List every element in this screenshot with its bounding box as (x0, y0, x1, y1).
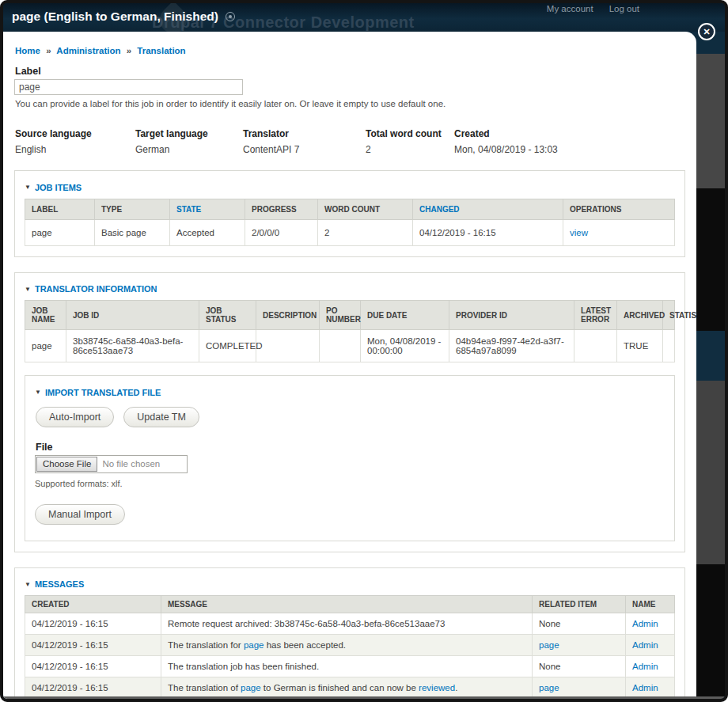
collapse-triangle-icon: ▼ (25, 581, 31, 588)
table-row: page3b38745c-6a58-40a3-befa-86ce513aae73… (25, 330, 675, 362)
cell-link[interactable]: Admin (632, 662, 658, 671)
messages-legend[interactable]: ▼ MESSAGES (25, 579, 84, 589)
cell-link[interactable]: Admin (632, 640, 658, 650)
table-row: 04/12/2019 - 16:15The translation of pag… (25, 677, 675, 699)
messages-table: CREATEDMESSAGERELATED ITEMNAME04/12/2019… (25, 595, 675, 699)
summary-source-language: Source language English (15, 128, 135, 155)
close-button[interactable]: ✕ (698, 23, 715, 40)
manual-import-button[interactable]: Manual Import (35, 504, 125, 525)
column-header: ARCHIVED (617, 301, 663, 330)
table-cell: 2/0/0/0 (245, 219, 318, 245)
cell-link[interactable]: page (539, 683, 559, 693)
table-cell: page (25, 330, 66, 362)
column-header[interactable]: STATE (170, 199, 245, 219)
overlay-window: Drupal 7 Connector Development My accoun… (0, 0, 728, 702)
cell-link[interactable]: Admin (632, 683, 658, 693)
column-header: OPERATIONS (563, 199, 675, 219)
column-header: DUE DATE (361, 301, 449, 330)
column-header[interactable]: CHANGED (413, 199, 563, 219)
table-cell (320, 330, 361, 362)
column-header: JOB ID (66, 301, 199, 330)
supported-formats-text: Supported formats: xlf. (35, 479, 665, 488)
cell-link[interactable]: Admin (632, 619, 658, 628)
job-items-legend[interactable]: ▼ JOB ITEMS (25, 183, 82, 192)
table-cell: The translation job has been finished. (161, 656, 533, 677)
page-title: page (English to German, Finished) (12, 9, 235, 24)
my-account-link[interactable]: My account (547, 4, 593, 13)
cell-link[interactable]: page (244, 640, 264, 650)
choose-file-button[interactable]: Choose File (36, 457, 97, 472)
table-cell: 2 (318, 219, 413, 245)
table-cell: Accepted (170, 219, 245, 245)
file-field: File Choose File No file chosen Supporte… (35, 442, 665, 488)
table-cell: None (533, 613, 626, 635)
label-input[interactable] (14, 79, 243, 95)
column-header: PROVIDER ID (449, 301, 574, 330)
table-cell: Remote request archived: 3b38745c-6a58-4… (161, 613, 533, 635)
import-translated-file-fieldset: ▼ IMPORT TRANSLATED FILE Auto-Import Upd… (25, 375, 675, 541)
table-cell: 04/12/2019 - 16:15 (413, 219, 563, 245)
auto-import-button[interactable]: Auto-Import (36, 407, 114, 427)
table-cell: Admin (626, 613, 675, 635)
column-header: LATEST ERROR (574, 301, 617, 330)
table-cell: page (533, 677, 626, 699)
cell-link[interactable]: STATE (176, 205, 201, 214)
column-header: NAME (626, 596, 675, 613)
table-cell: 04/12/2019 - 16:15 (25, 677, 161, 699)
breadcrumb-translation[interactable]: Translation (137, 46, 185, 55)
page-title-text: page (English to German, Finished) (12, 9, 218, 24)
table-cell: 04b94ea9-f997-4e2d-a3f7-6854a97a8099 (449, 330, 574, 362)
table-cell: Admin (626, 635, 675, 656)
column-header: WORD COUNT (318, 199, 413, 219)
translator-information-legend[interactable]: ▼ TRANSLATOR INFORMATION (25, 284, 157, 294)
file-status-text: No file chosen (102, 459, 160, 469)
table-cell: 04/12/2019 - 16:15 (25, 635, 161, 656)
table-row: 04/12/2019 - 16:15Remote request archive… (25, 613, 675, 635)
job-summary: Source language English Target language … (15, 128, 685, 155)
file-input[interactable]: Choose File No file chosen (35, 455, 188, 473)
label-help-text: You can provide a label for this job in … (15, 99, 685, 108)
table-cell: page (533, 635, 626, 656)
column-header: TYPE (95, 199, 170, 219)
table-cell (574, 330, 617, 362)
cell-link[interactable]: view (570, 228, 588, 237)
column-header: RELATED ITEM (533, 596, 626, 613)
job-items-fieldset: ▼ JOB ITEMS LABELTYPESTATEPROGRESSWORD C… (14, 170, 685, 257)
cell-link[interactable]: page (539, 640, 559, 650)
label-field-label: Label (15, 66, 685, 77)
column-header: CREATED (25, 596, 161, 613)
log-out-link[interactable]: Log out (609, 4, 639, 13)
table-cell (256, 330, 320, 362)
table-row: 04/12/2019 - 16:15The translation job ha… (25, 656, 675, 677)
translator-information-table: JOB NAMEJOB IDJOB STATUSDESCRIPTIONPO NU… (25, 300, 675, 362)
table-cell: Admin (626, 656, 675, 677)
account-links: My account Log out (547, 4, 639, 13)
import-translated-file-legend[interactable]: ▼ IMPORT TRANSLATED FILE (35, 388, 161, 397)
column-header: MESSAGE (161, 596, 533, 613)
cell-link[interactable]: reviewed (419, 683, 455, 693)
table-cell: Basic page (95, 219, 170, 245)
file-field-label: File (36, 442, 665, 453)
breadcrumb-home[interactable]: Home (15, 46, 40, 55)
overlay-body: Home » Administration » Translation Labe… (3, 32, 725, 699)
table-cell: 04/12/2019 - 16:15 (25, 656, 161, 677)
column-header: JOB STATUS (199, 301, 256, 330)
table-cell: The translation of page to German is fin… (161, 677, 533, 699)
table-cell: view (563, 219, 675, 245)
site-header: Drupal 7 Connector Development My accoun… (3, 3, 725, 32)
table-cell: The translation for page has been accept… (161, 635, 533, 656)
update-tm-button[interactable]: Update TM (123, 407, 199, 427)
table-cell: Mon, 04/08/2019 - 00:00:00 (361, 330, 449, 362)
cell-link[interactable]: CHANGED (419, 205, 460, 214)
breadcrumb-separator: » (127, 46, 131, 55)
cell-link[interactable]: page (241, 683, 261, 693)
table-cell: 3b38745c-6a58-40a3-befa-86ce513aae73 (66, 330, 199, 362)
breadcrumb-administration[interactable]: Administration (56, 46, 120, 55)
dimmed-page-backdrop (696, 32, 725, 699)
table-cell: TRUE (617, 330, 663, 362)
breadcrumb-separator: » (46, 46, 51, 55)
shortcut-toggle-icon[interactable] (226, 12, 235, 21)
window-bottom-edge (3, 696, 725, 699)
table-cell: None (533, 656, 626, 677)
translator-information-fieldset: ▼ TRANSLATOR INFORMATION JOB NAMEJOB IDJ… (14, 272, 685, 552)
